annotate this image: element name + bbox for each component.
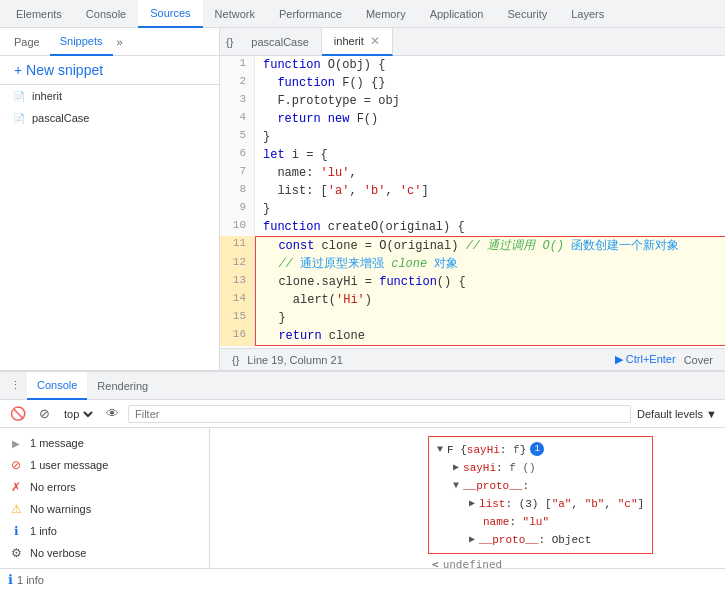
- top-tab-bar: Elements Console Sources Network Perform…: [0, 0, 725, 28]
- output-block: ▼ F {sayHi: f} 1 ▶ sayHi: f () ▼ __proto…: [428, 436, 653, 554]
- code-line-10: 10 function createO(original) {: [220, 218, 725, 236]
- bottom-panel: ⋮ Console Rendering 🚫 ⊘ top 👁 Default le…: [0, 370, 725, 590]
- snippet-icon-pascalcase: 📄: [12, 111, 26, 125]
- collapse-arrow-icon[interactable]: ▼: [437, 442, 443, 458]
- code-tab-bar: {} pascalCase inherit ✕: [220, 28, 725, 56]
- expand-sayhi-icon[interactable]: ▶: [453, 460, 459, 476]
- gear-icon: ⚙: [8, 545, 24, 561]
- errors-label: No errors: [30, 481, 76, 493]
- panel-drag-icon[interactable]: ⋮: [4, 379, 27, 392]
- console-content: ▶ 1 message ⊘ 1 user message ✗ No errors…: [0, 428, 725, 568]
- tab-memory[interactable]: Memory: [354, 0, 418, 28]
- tab-network[interactable]: Network: [203, 0, 267, 28]
- console-right-panel: ▼ F {sayHi: f} 1 ▶ sayHi: f () ▼ __proto…: [420, 428, 661, 568]
- code-tab-inherit[interactable]: inherit ✕: [322, 28, 393, 56]
- expand-arrow-icon: ▶: [8, 435, 24, 451]
- output-line-sayhi: ▶ sayHi: f (): [453, 459, 644, 477]
- expand-proto-obj-icon[interactable]: ▶: [469, 532, 475, 548]
- code-line-12: 12 // 通过原型来增强 clone 对象: [220, 255, 725, 273]
- info-label: 1 info: [30, 525, 57, 537]
- console-output: ▼ F {sayHi: f} 1 ▶ sayHi: f () ▼ __proto…: [420, 428, 661, 568]
- code-tab-pascalcase[interactable]: pascalCase: [239, 28, 321, 56]
- console-bottom-status: ℹ 1 info: [0, 568, 725, 590]
- code-line-2: 2 function F() {}: [220, 74, 725, 92]
- output-line-obj: ▼ F {sayHi: f} 1: [437, 441, 644, 459]
- filter-input[interactable]: [128, 405, 631, 423]
- snippet-label-inherit: inherit: [32, 90, 62, 102]
- code-tab-icon: {}: [220, 36, 239, 48]
- console-item-all-messages[interactable]: ▶ 1 message: [0, 432, 209, 454]
- info-badge: 1: [530, 442, 544, 456]
- x-circle-icon: ✗: [8, 479, 24, 495]
- list-label: list: (3) ["a", "b", "c"]: [479, 496, 644, 512]
- expand-list-icon[interactable]: ▶: [469, 496, 475, 512]
- tab-snippets[interactable]: Snippets: [50, 28, 113, 56]
- code-line-3: 3 F.prototype = obj: [220, 92, 725, 110]
- code-editor[interactable]: 1 function O(obj) { 2 function F() {} 3 …: [220, 56, 725, 348]
- cover-label: Cover: [684, 354, 713, 366]
- context-select[interactable]: top: [60, 407, 96, 421]
- new-snippet-button[interactable]: + New snippet: [2, 58, 217, 82]
- snippet-item-inherit[interactable]: 📄 inherit: [0, 85, 219, 107]
- name-label: name: "lu": [483, 514, 549, 530]
- output-undefined: < undefined: [424, 556, 657, 568]
- more-icon[interactable]: »: [117, 36, 123, 48]
- proto-obj-label: __proto__: Object: [479, 532, 591, 548]
- line-col-info: Line 19, Column 21: [247, 354, 342, 366]
- code-line-5: 5 }: [220, 128, 725, 146]
- console-item-info[interactable]: ℹ 1 info: [0, 520, 209, 542]
- output-line-proto: ▼ __proto__:: [453, 477, 644, 495]
- proto-label: __proto__:: [463, 478, 529, 494]
- tab-layers[interactable]: Layers: [559, 0, 616, 28]
- eye-icon[interactable]: 👁: [102, 404, 122, 424]
- tab-application[interactable]: Application: [418, 0, 496, 28]
- console-item-warnings[interactable]: ⚠ No warnings: [0, 498, 209, 520]
- warning-icon: ⚠: [8, 501, 24, 517]
- status-bar: {} Line 19, Column 21 ▶ Ctrl+Enter Cover: [220, 348, 725, 370]
- console-left-items: ▶ 1 message ⊘ 1 user message ✗ No errors…: [0, 428, 209, 568]
- tab-performance[interactable]: Performance: [267, 0, 354, 28]
- sidebar: Page Snippets » + New snippet 📄 inherit …: [0, 28, 220, 370]
- console-toolbar: 🚫 ⊘ top 👁 Default levels ▼: [0, 400, 725, 428]
- collapse-proto-icon[interactable]: ▼: [453, 478, 459, 494]
- default-levels-dropdown[interactable]: Default levels ▼: [637, 408, 717, 420]
- snippet-item-pascalcase[interactable]: 📄 pascalCase: [0, 107, 219, 129]
- tab-console-bottom[interactable]: Console: [27, 372, 87, 400]
- tab-security[interactable]: Security: [495, 0, 559, 28]
- code-line-14: 14 alert('Hi'): [220, 291, 725, 309]
- tab-rendering[interactable]: Rendering: [87, 372, 158, 400]
- snippet-label-pascalcase: pascalCase: [32, 112, 89, 124]
- user-messages-label: 1 user message: [30, 459, 108, 471]
- tab-page[interactable]: Page: [4, 28, 50, 56]
- code-line-9: 9 }: [220, 200, 725, 218]
- code-line-7: 7 name: 'lu',: [220, 164, 725, 182]
- sayhi-label: sayHi: f (): [463, 460, 536, 476]
- undefined-label: undefined: [443, 558, 503, 568]
- info-icon: ℹ: [8, 523, 24, 539]
- output-line-list: ▶ list: (3) ["a", "b", "c"]: [469, 495, 644, 513]
- code-line-1: 1 function O(obj) {: [220, 56, 725, 74]
- code-area: {} pascalCase inherit ✕ 1 function O(obj…: [220, 28, 725, 370]
- snippet-icon-inherit: 📄: [12, 89, 26, 103]
- new-snippet-label: + New snippet: [14, 62, 103, 78]
- status-info-icon: ℹ: [8, 572, 13, 587]
- output-obj-label: F {sayHi: f}: [447, 442, 526, 458]
- code-line-15: 15 }: [220, 309, 725, 327]
- console-item-verbose[interactable]: ⚙ No verbose: [0, 542, 209, 564]
- output-line-proto-obj: ▶ __proto__: Object: [469, 531, 644, 549]
- tab-elements[interactable]: Elements: [4, 0, 74, 28]
- filter-icon[interactable]: ⊘: [34, 404, 54, 424]
- code-line-8: 8 list: ['a', 'b', 'c']: [220, 182, 725, 200]
- tab-sources[interactable]: Sources: [138, 0, 202, 28]
- sidebar-tab-bar: Page Snippets »: [0, 28, 219, 56]
- clear-icon[interactable]: 🚫: [8, 404, 28, 424]
- close-icon[interactable]: ✕: [370, 34, 380, 48]
- console-item-user-messages[interactable]: ⊘ 1 user message: [0, 454, 209, 476]
- console-tab-bar: ⋮ Console Rendering: [0, 372, 725, 400]
- error-circle-icon: ⊘: [8, 457, 24, 473]
- tab-console[interactable]: Console: [74, 0, 138, 28]
- code-line-4: 4 return new F(): [220, 110, 725, 128]
- console-item-errors[interactable]: ✗ No errors: [0, 476, 209, 498]
- run-button[interactable]: ▶ Ctrl+Enter: [615, 353, 676, 366]
- code-lines: 1 function O(obj) { 2 function F() {} 3 …: [220, 56, 725, 348]
